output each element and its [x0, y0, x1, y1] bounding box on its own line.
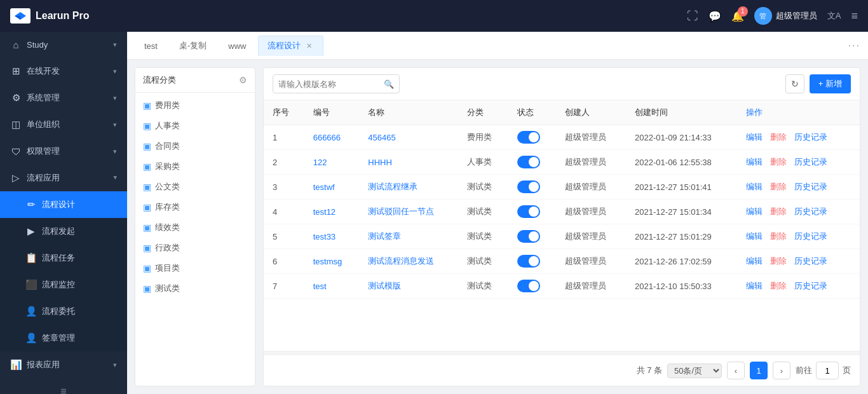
cell-code[interactable]: 666666 — [304, 125, 360, 150]
category-item-contract[interactable]: ▣ 合同类 — [135, 136, 255, 156]
history-link[interactable]: 历史记录 — [794, 132, 827, 142]
category-item-expense[interactable]: ▣ 费用类 — [135, 95, 255, 116]
delete-link[interactable]: 删除 — [770, 132, 787, 142]
edit-link[interactable]: 编辑 — [746, 157, 763, 166]
edit-link[interactable]: 编辑 — [746, 281, 763, 290]
category-item-test[interactable]: ▣ 测试类 — [135, 278, 255, 299]
sidebar-item-auth-mgmt[interactable]: 🛡 权限管理 ▾ — [0, 138, 127, 165]
category-header: 流程分类 ⚙ — [135, 68, 255, 93]
cell-status[interactable] — [508, 274, 556, 299]
tab-test[interactable]: test — [135, 36, 167, 56]
sidebar-item-flow-design[interactable]: ✏ 流程设计 — [0, 191, 127, 218]
category-item-performance[interactable]: ▣ 绩效类 — [135, 217, 255, 238]
sidebar-item-online-dev[interactable]: ⊞ 在线开发 ▾ — [0, 58, 127, 85]
sidebar-item-study[interactable]: ⌂ Study ▾ — [0, 32, 127, 58]
prev-page-button[interactable]: ‹ — [727, 362, 745, 379]
status-toggle[interactable] — [517, 255, 540, 268]
category-item-purchase[interactable]: ▣ 采购类 — [135, 156, 255, 177]
status-toggle[interactable] — [517, 156, 540, 168]
cell-status[interactable] — [508, 150, 556, 175]
cell-name[interactable]: 456465 — [359, 125, 458, 150]
cell-name[interactable]: 测试驳回任一节点 — [359, 200, 458, 224]
sidebar-collapse[interactable]: ≡ — [0, 378, 127, 394]
cell-code[interactable]: test12 — [304, 200, 360, 224]
cell-status[interactable] — [508, 224, 556, 249]
cell-code[interactable]: testmsg — [304, 249, 360, 274]
edit-link[interactable]: 编辑 — [746, 256, 763, 266]
category-item-project[interactable]: ▣ 项目类 — [135, 258, 255, 278]
cell-status[interactable] — [508, 175, 556, 200]
delete-link[interactable]: 删除 — [770, 281, 787, 290]
sidebar-item-flow-delegate[interactable]: 👤 流程委托 — [0, 298, 127, 325]
sidebar-item-unit-org[interactable]: ◫ 单位组织 ▾ — [0, 111, 127, 138]
category-item-public[interactable]: ▣ 公文类 — [135, 177, 255, 197]
page-size-select[interactable]: 50条/页 10条/页 20条/页 100条/页 — [667, 363, 722, 378]
tab-flow-design-close[interactable]: ✕ — [304, 41, 314, 51]
add-button[interactable]: + 新增 — [810, 74, 851, 93]
search-input[interactable] — [278, 79, 380, 89]
delete-link[interactable]: 删除 — [770, 207, 787, 216]
history-link[interactable]: 历史记录 — [794, 231, 827, 241]
cell-code[interactable]: 122 — [304, 150, 360, 175]
expand-icon[interactable]: ⛶ — [687, 10, 698, 23]
cell-name[interactable]: 测试流程继承 — [359, 175, 458, 200]
category-item-admin[interactable]: ▣ 行政类 — [135, 238, 255, 258]
search-box: 🔍 — [273, 74, 400, 93]
history-link[interactable]: 历史记录 — [794, 256, 827, 266]
delete-link[interactable]: 删除 — [770, 256, 787, 266]
category-item-hr[interactable]: ▣ 人事类 — [135, 116, 255, 136]
lang-icon[interactable]: 文A — [827, 10, 841, 22]
category-item-inventory[interactable]: ▣ 库存类 — [135, 197, 255, 217]
sidebar-item-flow-launch[interactable]: ▶ 流程发起 — [0, 218, 127, 245]
tab-flow-design[interactable]: 流程设计 ✕ — [258, 36, 323, 56]
category-setting-icon[interactable]: ⚙ — [239, 75, 247, 85]
edit-link[interactable]: 编辑 — [746, 182, 763, 191]
next-page-button[interactable]: › — [773, 362, 790, 379]
unit-label: 单位组织 — [27, 119, 108, 130]
sidebar-item-system-admin[interactable]: ⚙ 系统管理 ▾ — [0, 85, 127, 111]
message-icon[interactable]: 💬 — [709, 10, 721, 22]
history-link[interactable]: 历史记录 — [794, 182, 827, 191]
edit-link[interactable]: 编辑 — [746, 231, 763, 241]
sidebar-item-report-app[interactable]: 📊 报表应用 ▾ — [0, 351, 127, 378]
table-panel: 🔍 ↻ + 新增 序号 编号 — [263, 67, 860, 386]
cell-name[interactable]: 测试模版 — [359, 274, 458, 299]
tab-desk-copy[interactable]: 桌-复制 — [170, 36, 216, 56]
edit-link[interactable]: 编辑 — [746, 207, 763, 216]
status-toggle[interactable] — [517, 205, 540, 218]
cell-code[interactable]: testwf — [304, 175, 360, 200]
cell-status[interactable] — [508, 125, 556, 150]
menu-icon[interactable]: ≡ — [851, 10, 858, 23]
cell-name[interactable]: 测试签章 — [359, 224, 458, 249]
sidebar-item-flow-monitor[interactable]: ⬛ 流程监控 — [0, 271, 127, 298]
cell-status[interactable] — [508, 249, 556, 274]
bell-icon[interactable]: 🔔 1 — [731, 10, 744, 22]
sidebar-item-flow-app[interactable]: ▷ 流程应用 ▴ — [0, 165, 127, 191]
sidebar-item-sign-mgmt[interactable]: 👤 签章管理 — [0, 325, 127, 351]
page-jump-input[interactable] — [816, 362, 839, 379]
history-link[interactable]: 历史记录 — [794, 157, 827, 166]
status-toggle[interactable] — [517, 180, 540, 193]
table-body: 1 666666 456465 费用类 超级管理员 2022-01-09 21:… — [264, 125, 860, 299]
history-link[interactable]: 历史记录 — [794, 207, 827, 216]
tab-www[interactable]: www — [219, 36, 255, 56]
cell-name[interactable]: 测试流程消息发送 — [359, 249, 458, 274]
online-dev-arrow: ▾ — [113, 67, 117, 76]
status-toggle[interactable] — [517, 230, 540, 243]
cell-code[interactable]: test — [304, 274, 360, 299]
delete-link[interactable]: 删除 — [770, 157, 787, 166]
delete-link[interactable]: 删除 — [770, 182, 787, 191]
delete-link[interactable]: 删除 — [770, 231, 787, 241]
cell-code[interactable]: test33 — [304, 224, 360, 249]
refresh-button[interactable]: ↻ — [785, 74, 804, 93]
tabs-more-button[interactable]: ··· — [848, 40, 860, 51]
cell-status[interactable] — [508, 200, 556, 224]
status-toggle[interactable] — [517, 131, 540, 144]
edit-link[interactable]: 编辑 — [746, 132, 763, 142]
page-1-button[interactable]: 1 — [750, 362, 768, 379]
sidebar-item-flow-task[interactable]: 📋 流程任务 — [0, 245, 127, 271]
cell-name[interactable]: HHHH — [359, 150, 458, 175]
history-link[interactable]: 历史记录 — [794, 281, 827, 290]
status-toggle[interactable] — [517, 280, 540, 292]
table-row: 2 122 HHHH 人事类 超级管理员 2022-01-06 12:55:38… — [264, 150, 860, 175]
